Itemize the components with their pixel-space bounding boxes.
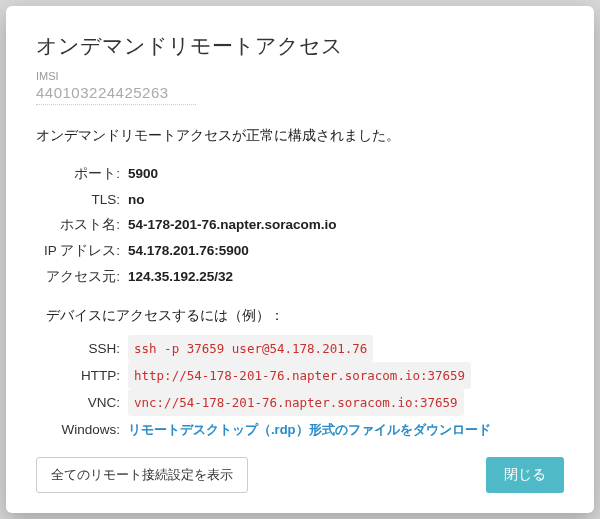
example-row-http: HTTP: http://54-178-201-76.napter.soraco… (36, 362, 564, 389)
detail-row-host: ホスト名: 54-178-201-76.napter.soracom.io (36, 212, 564, 238)
remote-access-modal: オンデマンドリモートアクセス IMSI 440103224425263 オンデマ… (6, 6, 594, 513)
detail-row-ip: IP アドレス: 54.178.201.76:5900 (36, 238, 564, 264)
src-label: アクセス元: (36, 264, 128, 290)
port-label: ポート: (36, 161, 128, 187)
vnc-command[interactable]: vnc://54-178-201-76.napter.soracom.io:37… (128, 389, 464, 416)
tls-value: no (128, 187, 145, 213)
ip-value: 54.178.201.76:5900 (128, 238, 249, 264)
example-row-windows: Windows: リモートデスクトップ（.rdp）形式のファイルをダウンロード (36, 416, 564, 443)
http-command[interactable]: http://54-178-201-76.napter.soracom.io:3… (128, 362, 471, 389)
connection-details: ポート: 5900 TLS: no ホスト名: 54-178-201-76.na… (36, 161, 564, 289)
tls-label: TLS: (36, 187, 128, 213)
detail-row-src: アクセス元: 124.35.192.25/32 (36, 264, 564, 290)
windows-label: Windows: (36, 416, 128, 443)
imsi-value: 440103224425263 (36, 84, 196, 105)
example-row-ssh: SSH: ssh -p 37659 user@54.178.201.76 (36, 335, 564, 362)
host-label: ホスト名: (36, 212, 128, 238)
detail-row-port: ポート: 5900 (36, 161, 564, 187)
modal-footer: 全てのリモート接続設定を表示 閉じる (36, 443, 564, 493)
ssh-command[interactable]: ssh -p 37659 user@54.178.201.76 (128, 335, 373, 362)
port-value: 5900 (128, 161, 158, 187)
vnc-label: VNC: (36, 389, 128, 416)
example-title: デバイスにアクセスするには（例）： (46, 307, 564, 325)
status-message: オンデマンドリモートアクセスが正常に構成されました。 (36, 127, 564, 145)
detail-row-tls: TLS: no (36, 187, 564, 213)
example-row-vnc: VNC: vnc://54-178-201-76.napter.soracom.… (36, 389, 564, 416)
close-button[interactable]: 閉じる (486, 457, 564, 493)
ssh-label: SSH: (36, 335, 128, 362)
modal-title: オンデマンドリモートアクセス (36, 32, 564, 60)
http-label: HTTP: (36, 362, 128, 389)
src-value: 124.35.192.25/32 (128, 264, 233, 290)
show-all-settings-button[interactable]: 全てのリモート接続設定を表示 (36, 457, 248, 493)
example-table: SSH: ssh -p 37659 user@54.178.201.76 HTT… (36, 335, 564, 443)
rdp-download-link[interactable]: リモートデスクトップ（.rdp）形式のファイルをダウンロード (128, 417, 491, 443)
host-value: 54-178-201-76.napter.soracom.io (128, 212, 337, 238)
imsi-label: IMSI (36, 70, 564, 82)
ip-label: IP アドレス: (36, 238, 128, 264)
